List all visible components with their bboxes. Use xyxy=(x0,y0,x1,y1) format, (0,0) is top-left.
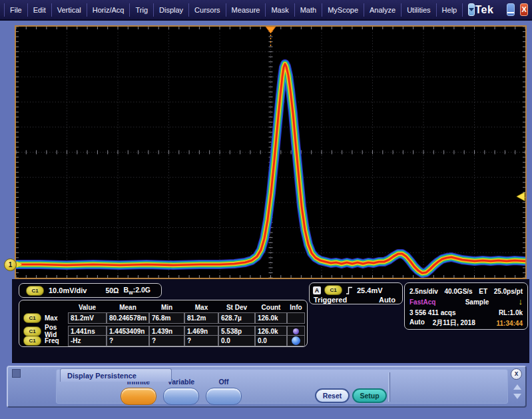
measurement-header-row: Value Mean Min Max St Dev Count Info xyxy=(21,302,307,312)
meas-name: Max xyxy=(45,314,57,322)
menu-myscope[interactable]: MyScope xyxy=(322,3,364,17)
trigger-mode: Auto xyxy=(379,296,396,304)
bw-main: B xyxy=(124,286,129,294)
setup-button[interactable]: Setup xyxy=(352,388,387,403)
persistence-option-off: Off xyxy=(200,378,248,405)
channel-badge: C1 xyxy=(23,326,41,336)
panel-close-button[interactable]: x xyxy=(511,368,522,380)
acq-line1: 2.5ns/div 40.0GS/s ET 25.0ps/pt xyxy=(409,286,523,296)
channel-badge: C1 xyxy=(324,285,342,295)
info-icon[interactable] xyxy=(292,336,300,345)
meas-label: C1Freq xyxy=(21,336,68,346)
date: 2月11日, 2018 xyxy=(433,318,475,328)
infinite-button[interactable] xyxy=(121,388,156,405)
menu-mask[interactable]: Mask xyxy=(266,3,294,17)
menu-measure[interactable]: Measure xyxy=(226,3,266,17)
col-value: Value xyxy=(68,304,107,311)
meas-value: -Hz xyxy=(68,335,107,346)
window-close-button[interactable]: X xyxy=(520,3,528,16)
menu-edit[interactable]: Edit xyxy=(28,3,52,17)
variable-button[interactable] xyxy=(163,388,199,405)
acq-line2: FastAcq Sample ↓ xyxy=(409,296,523,307)
meas-max: 81.2m xyxy=(184,312,218,324)
col-count: Count xyxy=(255,304,287,311)
menu-vertical[interactable]: Vertical xyxy=(52,3,87,17)
meas-value: 81.2mV xyxy=(68,312,107,324)
fastacq-label: FastAcq xyxy=(409,298,435,306)
table-row: C1Freq -Hz ? ? ? 0.0 0.0 xyxy=(21,335,307,346)
chevron-down-icon[interactable] xyxy=(513,394,521,399)
menu-file[interactable]: File xyxy=(4,3,28,17)
col-info: Info xyxy=(287,304,305,311)
menu-help[interactable]: Help xyxy=(437,3,463,17)
run-mode: Auto xyxy=(409,318,425,328)
meas-label: C1Max xyxy=(21,313,68,323)
channel-arrow-icon xyxy=(17,261,22,268)
meas-count: 0.0 xyxy=(255,335,287,346)
meas-count: 126.0k xyxy=(255,312,287,324)
menu-math[interactable]: Math xyxy=(295,3,322,17)
meas-min: ? xyxy=(149,335,184,346)
tek-logo: Tek xyxy=(475,4,493,16)
off-button[interactable] xyxy=(206,388,242,405)
trigger-line1: A C1 25.4mV xyxy=(313,285,398,295)
channel-marker[interactable]: 1 xyxy=(4,258,27,271)
clock: 11:34:44 xyxy=(497,320,523,327)
meas-info-cell xyxy=(287,312,305,324)
menu-trig[interactable]: Trig xyxy=(130,3,154,17)
col-mean: Mean xyxy=(107,304,149,311)
meas-stdev: 0.0 xyxy=(218,335,255,346)
channel-number-badge: 1 xyxy=(4,258,17,271)
panel-title-tab: Display Persistence xyxy=(60,368,172,382)
acquisition-readout[interactable]: 2.5ns/div 40.0GS/s ET 25.0ps/pt FastAcq … xyxy=(404,282,528,330)
chevron-up-icon[interactable] xyxy=(513,384,521,390)
menu-display[interactable]: Display xyxy=(154,3,189,17)
minimize-icon xyxy=(507,12,514,13)
menu-analyze[interactable]: Analyze xyxy=(364,3,401,17)
chevron-down-icon xyxy=(469,8,474,14)
info-icon[interactable] xyxy=(293,328,299,334)
et-flag: ET xyxy=(479,288,487,295)
trigger-line2: Triggered Auto xyxy=(313,295,398,304)
window-minimize-button[interactable] xyxy=(507,3,515,16)
channel-badge: C1 xyxy=(23,313,41,323)
sample-rate: 40.0GS/s xyxy=(444,288,472,295)
oscilloscope-screen: File Edit Vertical Horiz/Acq Trig Displa… xyxy=(0,0,532,419)
panel-grip[interactable] xyxy=(12,369,21,378)
menu-utilities[interactable]: Utilities xyxy=(401,3,436,17)
col-max: Max xyxy=(184,304,218,311)
arrow-down-icon: ↓ xyxy=(519,298,523,305)
reset-button[interactable]: Reset xyxy=(315,388,350,403)
table-row: C1Max 81.2mV 80.246578m 76.8m 81.2m 628.… xyxy=(21,312,307,324)
resolution: 25.0ps/pt xyxy=(494,288,523,295)
bw-tail: :2.0G xyxy=(133,286,150,294)
channel-badge: C1 xyxy=(23,336,41,346)
date-group: Auto 2月11日, 2018 xyxy=(409,318,475,328)
trigger-status: Triggered xyxy=(314,296,347,304)
menu-overflow-button[interactable] xyxy=(468,3,475,16)
panel-divider xyxy=(388,372,390,402)
trigger-readout[interactable]: A C1 25.4mV Triggered Auto xyxy=(309,282,403,304)
waveform-display xyxy=(15,25,527,279)
channel-bandwidth: BW:2.0G xyxy=(124,286,150,295)
waveform-svg xyxy=(16,27,525,278)
measurement-table: Value Mean Min Max St Dev Count Info C1M… xyxy=(19,300,308,347)
menu-bar: File Edit Vertical Horiz/Acq Trig Displa… xyxy=(0,0,532,21)
meas-max: ? xyxy=(184,335,218,346)
channel-readout[interactable]: C1 10.0mV/div 50Ω BW:2.0G xyxy=(19,283,162,298)
acq-mode: Sample xyxy=(465,298,489,306)
col-stdev: St Dev xyxy=(218,304,255,311)
meas-mean: 80.246578m xyxy=(107,312,149,324)
col-min: Min xyxy=(149,304,184,311)
meas-info-cell xyxy=(287,335,305,346)
menu-horiz-acq[interactable]: Horiz/Acq xyxy=(87,3,131,17)
persistence-option-variable: Variable xyxy=(157,378,205,405)
menu-cursors[interactable]: Cursors xyxy=(189,3,226,17)
trigger-level-marker[interactable] xyxy=(517,193,525,201)
record-length: RL:1.0k xyxy=(499,309,523,316)
trigger-level-value: 25.4mV xyxy=(357,286,383,294)
meas-min: 76.8m xyxy=(149,312,184,324)
persistence-trace xyxy=(16,64,525,273)
trigger-bus-badge: A xyxy=(313,286,321,294)
option-label: Off xyxy=(200,378,248,386)
